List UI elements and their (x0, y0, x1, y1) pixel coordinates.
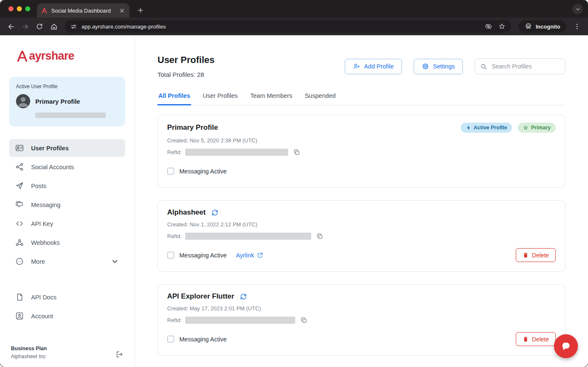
refid-label: RefId: (167, 233, 182, 239)
star-icon (523, 125, 528, 131)
sidebar-item-user-profiles[interactable]: User Profiles (9, 139, 125, 157)
main-content: User Profiles Total Profiles: 28 Add Pro… (135, 35, 588, 367)
browser-menu-button[interactable] (570, 20, 584, 33)
close-tab-icon[interactable] (119, 8, 125, 14)
site-favicon (41, 8, 47, 14)
chat-bubbles-icon (15, 200, 24, 209)
trash-icon (522, 336, 529, 342)
sync-profile-icon[interactable] (239, 293, 247, 301)
ayrlink-link[interactable]: Ayrlink (236, 252, 263, 259)
zoom-window-button[interactable] (25, 6, 30, 11)
code-icon (15, 219, 24, 228)
tab-all-profiles[interactable]: All Profiles (158, 92, 191, 105)
page-title: User Profiles (158, 55, 215, 66)
tab-suspended[interactable]: Suspended (304, 92, 336, 105)
add-profile-label: Add Profile (364, 63, 394, 70)
ayrshare-logo[interactable]: ayrshare (16, 50, 125, 63)
active-user-profile-card: Active User Profile Primary Profile (9, 77, 125, 126)
sidebar-item-posts[interactable]: Posts (9, 177, 125, 195)
add-profile-button[interactable]: Add Profile (345, 59, 402, 74)
tab-team-members[interactable]: Team Members (249, 92, 293, 105)
copy-icon[interactable] (316, 233, 323, 240)
profiles-tabs: All Profiles User Profiles Team Members … (158, 92, 565, 105)
profile-name: Alphasheet (167, 208, 206, 217)
gear-icon (422, 63, 429, 70)
sidebar: ayrshare Active User Profile Primary Pro… (0, 35, 135, 367)
sidebar-item-api-key[interactable]: API Key (9, 215, 125, 233)
forward-button[interactable] (18, 20, 32, 33)
sidebar-item-social-accounts[interactable]: Social Accounts (9, 158, 125, 176)
messaging-active-checkbox[interactable] (167, 252, 174, 259)
search-input[interactable] (491, 63, 560, 70)
chat-widget-button[interactable] (554, 334, 578, 358)
sidebar-item-label: User Profiles (31, 145, 68, 152)
copy-icon[interactable] (293, 149, 300, 156)
browser-tab-strip: Social Media Dashboard (0, 0, 588, 18)
reload-button[interactable] (33, 20, 46, 33)
sidebar-item-messaging[interactable]: Messaging (9, 196, 125, 214)
kebab-menu-icon[interactable] (573, 23, 581, 30)
eye-off-icon[interactable] (485, 23, 492, 30)
active-profile-badge: Active Profile (461, 123, 512, 133)
sidebar-item-label: Posts (31, 183, 46, 189)
profiles-list: Primary Profile Active Profile (158, 115, 565, 367)
home-button[interactable] (47, 20, 60, 33)
created-date: Created: May 17, 2023 2:01 PM (UTC) (167, 305, 556, 312)
site-settings-icon[interactable] (70, 23, 77, 30)
webhook-icon (15, 238, 24, 247)
redacted-refid-bar (185, 149, 288, 156)
search-box[interactable] (475, 58, 565, 74)
sidebar-item-webhooks[interactable]: Webhooks (9, 233, 125, 252)
user-profiles-icon (15, 144, 24, 152)
active-profile-label: Active User Profile (16, 84, 118, 89)
sync-profile-icon[interactable] (211, 209, 219, 217)
trash-icon (522, 252, 529, 258)
messaging-active-checkbox[interactable] (167, 168, 174, 175)
settings-button[interactable]: Settings (414, 59, 463, 74)
bolt-icon (466, 125, 471, 131)
url-text[interactable]: app.ayrshare.com/manage-profiles (81, 24, 480, 30)
redacted-refid-bar (185, 317, 295, 324)
sidebar-item-api-docs[interactable]: API Docs (9, 288, 125, 306)
sidebar-item-label: API Key (31, 220, 53, 227)
send-icon (15, 181, 24, 190)
search-icon (480, 63, 487, 70)
messaging-active-label: Messaging Active (179, 168, 227, 175)
profile-card: Alphasheet Created: Nov 1, 2022 2:12 PM … (158, 200, 565, 272)
primary-badge: Primary (518, 123, 556, 133)
sidebar-item-more[interactable]: More (9, 252, 125, 270)
browser-tab[interactable]: Social Media Dashboard (37, 3, 129, 18)
person-plus-icon (353, 63, 360, 70)
incognito-badge: Incognito (519, 20, 567, 33)
sidebar-item-label: Messaging (31, 202, 60, 208)
delete-profile-button[interactable]: Delete (516, 332, 556, 346)
redacted-refid-bar (185, 233, 311, 240)
chevron-down-icon[interactable] (110, 257, 119, 266)
back-button[interactable] (4, 20, 18, 33)
chat-bubble-icon (560, 341, 572, 352)
tab-search-chevron-button[interactable] (572, 4, 583, 14)
tab-user-profiles[interactable]: User Profiles (202, 92, 239, 105)
profile-name: Primary Profile (167, 123, 218, 132)
document-icon (15, 293, 24, 301)
bookmark-star-icon[interactable] (498, 23, 506, 30)
logout-icon[interactable] (115, 350, 123, 359)
profile-card: API Explorer Flutter Created: May 17, 20… (158, 284, 565, 356)
active-profile-name: Primary Profile (35, 98, 80, 105)
tab-title: Social Media Dashboard (51, 8, 115, 14)
incognito-icon (525, 23, 532, 30)
sidebar-item-label: API Docs (31, 294, 56, 301)
messaging-active-checkbox[interactable] (167, 336, 174, 343)
address-bar[interactable]: app.ayrshare.com/manage-profiles (65, 20, 511, 33)
ayrshare-logo-icon (16, 50, 29, 63)
refid-label: RefId: (167, 317, 182, 323)
browser-window: Social Media Dashboard ap (0, 0, 588, 367)
delete-profile-button[interactable]: Delete (516, 248, 556, 262)
messaging-active-label: Messaging Active (179, 336, 227, 343)
minimize-window-button[interactable] (17, 6, 22, 11)
copy-icon[interactable] (300, 317, 307, 324)
new-tab-button[interactable] (134, 4, 146, 16)
page-content: ayrshare Active User Profile Primary Pro… (0, 35, 588, 367)
sidebar-item-account[interactable]: Account (9, 307, 125, 325)
close-window-button[interactable] (8, 6, 13, 11)
